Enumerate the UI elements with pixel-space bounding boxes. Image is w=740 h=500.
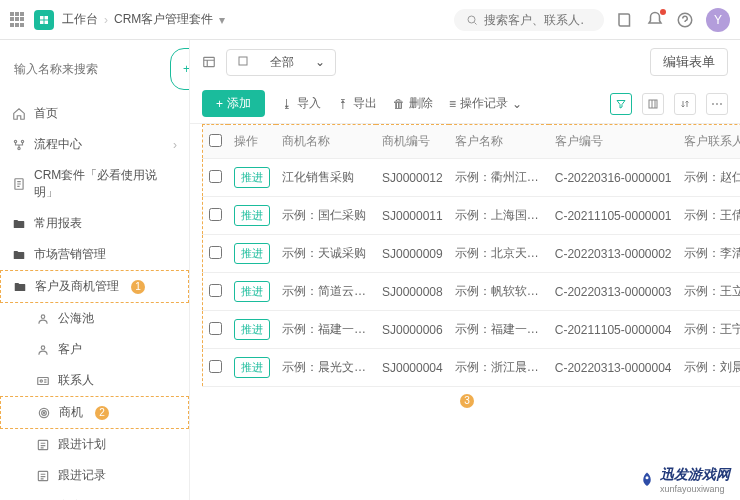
sidebar-item-label: CRM套件「必看使用说明」	[34, 167, 177, 201]
svg-rect-18	[649, 100, 657, 108]
sidebar-item-label: 客户及商机管理	[35, 278, 119, 295]
svg-point-10	[40, 379, 42, 381]
cell-customer[interactable]: 示例：衢州江化集团	[449, 159, 549, 197]
cell-code: SJ0000012	[376, 159, 449, 197]
sidebar-item-4[interactable]: 市场营销管理	[0, 239, 189, 270]
push-button[interactable]: 推进	[234, 281, 270, 302]
col-header[interactable]: 客户编号	[549, 125, 678, 159]
cell-custno: C-20220313-0000004	[549, 349, 678, 387]
search-input[interactable]	[484, 13, 584, 27]
select-all-checkbox[interactable]	[209, 134, 222, 147]
cell-contact[interactable]: 示例：赵仁民	[678, 159, 741, 197]
sidebar-item-2[interactable]: CRM套件「必看使用说明」	[0, 160, 189, 208]
app-launcher-icon[interactable]	[10, 12, 26, 28]
cell-name[interactable]: 示例：晨光文具设备…	[276, 349, 376, 387]
cell-custno: C-20211105-0000004	[549, 311, 678, 349]
cell-customer[interactable]: 示例：浙江晨光文具…	[449, 349, 549, 387]
sidebar-item-label: 市场营销管理	[34, 246, 106, 263]
cell-code: SJ0000009	[376, 235, 449, 273]
sidebar-item-1[interactable]: 流程中心›	[0, 129, 189, 160]
oplog-button[interactable]: ≡ 操作记录 ⌄	[449, 95, 522, 112]
cell-name[interactable]: 示例：国仁采购	[276, 197, 376, 235]
sidebar-item-label: 常用报表	[34, 215, 82, 232]
row-checkbox[interactable]	[209, 360, 222, 373]
push-button[interactable]: 推进	[234, 243, 270, 264]
bell-icon[interactable]	[646, 11, 664, 29]
breadcrumb-suite[interactable]: CRM客户管理套件	[114, 11, 213, 28]
col-header[interactable]: 客户名称	[449, 125, 549, 159]
svg-point-7	[41, 314, 45, 318]
new-button[interactable]: +新建	[170, 48, 190, 90]
push-button[interactable]: 推进	[234, 319, 270, 340]
sidebar-item-0[interactable]: 首页	[0, 98, 189, 129]
sidebar-item-7[interactable]: 客户	[0, 334, 189, 365]
push-button[interactable]: 推进	[234, 167, 270, 188]
col-header[interactable]: 商机名称	[276, 125, 376, 159]
col-header[interactable]: 商机编号	[376, 125, 449, 159]
sidebar-search-input[interactable]	[14, 62, 164, 76]
row-checkbox[interactable]	[209, 284, 222, 297]
dropdown-icon[interactable]: ▾	[219, 13, 225, 27]
breadcrumb-workspace[interactable]: 工作台	[62, 11, 98, 28]
sidebar: +新建 ⋯ 首页流程中心›CRM套件「必看使用说明」常用报表市场营销管理客户及商…	[0, 40, 190, 500]
cell-contact[interactable]: 示例：刘晨	[678, 349, 741, 387]
cell-customer[interactable]: 示例：福建一高集团	[449, 311, 549, 349]
row-checkbox[interactable]	[209, 246, 222, 259]
view-selector[interactable]: 全部 ⌄	[226, 49, 336, 76]
cell-name[interactable]: 示例：福建一高3月订单	[276, 311, 376, 349]
sidebar-item-5[interactable]: 客户及商机管理1	[0, 270, 189, 303]
svg-point-4	[21, 140, 23, 142]
push-button[interactable]: 推进	[234, 357, 270, 378]
edit-form-button[interactable]: 编辑表单	[650, 48, 728, 76]
import-button[interactable]: ⭳ 导入	[281, 95, 321, 112]
sidebar-item-9[interactable]: 商机2	[0, 396, 189, 429]
col-header[interactable]: 客户联系人	[678, 125, 741, 159]
push-button[interactable]: 推进	[234, 205, 270, 226]
chevron-right-icon: ›	[173, 138, 177, 152]
more-icon[interactable]: ⋯	[706, 93, 728, 115]
add-button[interactable]: +添加	[202, 90, 265, 117]
cell-customer[interactable]: 示例：上海国仁有限…	[449, 197, 549, 235]
cell-contact[interactable]: 示例：王宁	[678, 311, 741, 349]
svg-rect-17	[239, 57, 247, 65]
callout-badge: 2	[95, 406, 109, 420]
cell-name[interactable]: 江化销售采购	[276, 159, 376, 197]
sidebar-item-label: 客户	[58, 341, 82, 358]
sidebar-item-label: 跟进记录	[58, 467, 106, 484]
book-icon[interactable]	[616, 11, 634, 29]
row-checkbox[interactable]	[209, 322, 222, 335]
sidebar-item-12[interactable]: 客户分析	[0, 491, 189, 500]
row-checkbox[interactable]	[209, 170, 222, 183]
cell-code: SJ0000008	[376, 273, 449, 311]
sidebar-item-label: 商机	[59, 404, 83, 421]
export-button[interactable]: ⭱ 导出	[337, 95, 377, 112]
cell-contact[interactable]: 示例：王立	[678, 273, 741, 311]
sidebar-item-3[interactable]: 常用报表	[0, 208, 189, 239]
help-icon[interactable]	[676, 11, 694, 29]
sidebar-item-11[interactable]: 跟进记录	[0, 460, 189, 491]
cell-customer[interactable]: 示例：北京天诚软件…	[449, 235, 549, 273]
sidebar-item-6[interactable]: 公海池	[0, 303, 189, 334]
col-header[interactable]: 操作	[228, 125, 276, 159]
sidebar-item-10[interactable]: 跟进计划	[0, 429, 189, 460]
filter-icon[interactable]	[610, 93, 632, 115]
cell-contact[interactable]: 示例：李清海	[678, 235, 741, 273]
sidebar-item-label: 公海池	[58, 310, 94, 327]
avatar[interactable]: Y	[706, 8, 730, 32]
sort-icon[interactable]	[674, 93, 696, 115]
cell-name[interactable]: 示例：天诚采购	[276, 235, 376, 273]
panel-icon[interactable]	[202, 55, 216, 69]
cell-customer[interactable]: 示例：帆软软件有限公司	[449, 273, 549, 311]
svg-point-3	[14, 140, 16, 142]
cell-custno: C-20220313-0000002	[549, 235, 678, 273]
columns-icon[interactable]	[642, 93, 664, 115]
svg-point-19	[646, 476, 649, 479]
cell-contact[interactable]: 示例：王倩	[678, 197, 741, 235]
table-row: 推进示例：国仁采购SJ0000011示例：上海国仁有限…C-20211105-0…	[203, 197, 741, 235]
row-checkbox[interactable]	[209, 208, 222, 221]
sidebar-item-label: 首页	[34, 105, 58, 122]
delete-button[interactable]: 🗑 删除	[393, 95, 433, 112]
global-search[interactable]	[454, 9, 604, 31]
sidebar-item-8[interactable]: 联系人	[0, 365, 189, 396]
cell-name[interactable]: 示例：简道云采购	[276, 273, 376, 311]
